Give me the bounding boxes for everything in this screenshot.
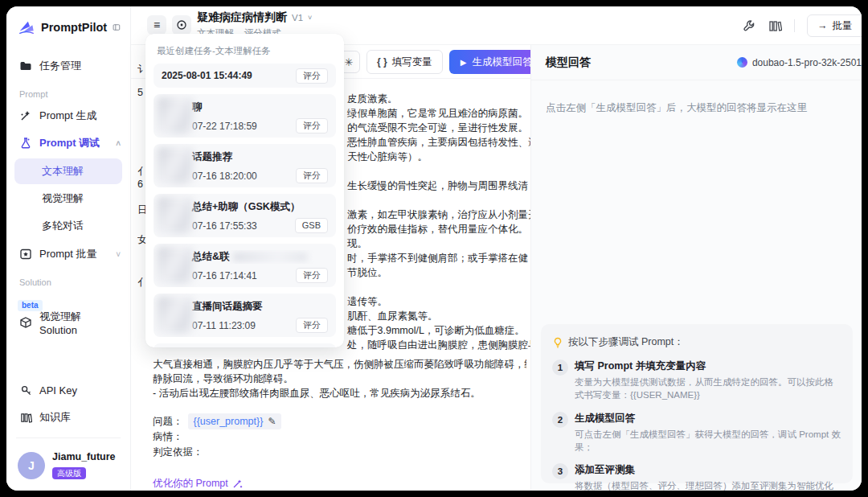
wrench-icon[interactable] bbox=[743, 19, 756, 33]
question-label: 问题： bbox=[153, 414, 183, 429]
blurred-thumbnail bbox=[158, 97, 193, 134]
edit-pencil-icon[interactable]: ✎ bbox=[268, 414, 276, 429]
play-icon: ▶ bbox=[461, 58, 467, 67]
recent-tasks-dropdown: 最近创建任务-文本理解任务 2025-08-01 15:44:49 评分 聊 0… bbox=[145, 34, 344, 347]
sidebar-item-prompt-debug[interactable]: Prompt 调试 ˄ bbox=[6, 129, 130, 157]
sidebar-item-label: API Key bbox=[39, 384, 77, 396]
variable-text: {{user_prompt}} bbox=[194, 414, 264, 429]
app-title: PromptPilot bbox=[41, 21, 107, 34]
prompt-text-line: 大气直接相通，胸膜腔内压几乎等于大气压，伤侧肺被压缩而萎陷致呼吸功能障碍，纵隔扑… bbox=[153, 357, 526, 372]
fill-variables-button[interactable]: { } 填写变量 bbox=[366, 50, 443, 74]
version-label[interactable]: V1 bbox=[292, 13, 303, 23]
cube-icon bbox=[19, 316, 32, 329]
prompt-text-line: 天性心脏病等）。 bbox=[347, 150, 530, 164]
library-icon[interactable] bbox=[768, 19, 782, 33]
blurred-thumbnail bbox=[158, 147, 193, 184]
step-title: 添加至评测集 bbox=[575, 463, 841, 477]
sidebar-item-label: Prompt 生成 bbox=[39, 109, 97, 123]
batch-button-label: 批量 bbox=[833, 19, 853, 33]
sidebar-section-solution: Solution bbox=[6, 268, 130, 290]
task-list-item[interactable]: 直播间话题摘要 07-11 11:23:09 评分 bbox=[154, 294, 336, 337]
prompt-text-line: 糖低于3.9mmol/L，可诊断为低血糖症。 bbox=[347, 323, 530, 338]
blurred-text bbox=[233, 253, 307, 261]
fill-variables-label: 填写变量 bbox=[392, 55, 432, 69]
prompt-text-bottom[interactable]: 大气直接相通，胸膜腔内压几乎等于大气压，伤侧肺被压缩而萎陷致呼吸功能障碍，纵隔扑… bbox=[153, 357, 526, 491]
sidebar-item-knowledge-base[interactable]: 知识库 bbox=[6, 404, 130, 431]
chevron-up-icon: ˄ bbox=[116, 139, 121, 148]
prompt-text-fragment: 5 bbox=[137, 87, 143, 98]
model-name: doubao-1.5-pro-32k-2501 bbox=[752, 57, 862, 68]
guide-heading: 按以下步骤调试 Prompt： bbox=[552, 335, 841, 349]
prompt-text-line: 遗传等。 bbox=[347, 294, 530, 309]
optimize-prompt-label: 优化你的 Prompt bbox=[153, 476, 228, 491]
prompt-text-line: 恶性肺血管疾病，主要病因包括特发性、遗 bbox=[347, 135, 530, 150]
task-list-item[interactable]: 2025-08-01 15:44:49 评分 bbox=[154, 64, 336, 88]
prompt-text-line: 肌酐、血尿素氮等。 bbox=[347, 309, 530, 323]
guide-step: 1 填写 Prompt 并填充变量内容 变量为大模型提供测试数据，从而生成特定的… bbox=[552, 359, 841, 402]
chevron-down-icon[interactable]: ˅ bbox=[308, 14, 312, 22]
optimize-prompt-link[interactable]: 优化你的 Prompt bbox=[153, 476, 243, 491]
blurred-thumbnail bbox=[158, 247, 193, 284]
batch-eval-button[interactable]: → 批量 bbox=[807, 14, 862, 37]
page-title: 疑难病症病情判断 bbox=[197, 10, 287, 25]
prompt-text-line: 处，随呼吸自由进出胸膜腔，患侧胸膜腔与 bbox=[347, 338, 530, 352]
user-profile[interactable]: J Jiamu_future 高级版 bbox=[6, 445, 130, 491]
sidebar-footer-divider bbox=[16, 437, 121, 438]
step-number: 1 bbox=[552, 359, 568, 376]
app-window: PromptPilot 任务管理 Prompt Prompt 生成 bbox=[6, 6, 862, 491]
model-selector[interactable]: doubao-1.5-pro-32k-2501 bbox=[737, 57, 862, 68]
user-prompt-variable-chip[interactable]: {{user_prompt}} ✎ bbox=[188, 413, 282, 429]
locate-button[interactable] bbox=[172, 15, 191, 35]
braces-icon: { } bbox=[377, 56, 387, 68]
guide-step: 2 生成模型回答 可点击左侧「生成模型回答」获得大模型的回答，调试 Prompt… bbox=[552, 412, 841, 454]
sidebar-subitem-text-understanding[interactable]: 文本理解 bbox=[14, 158, 122, 184]
sidebar-nav: 任务管理 Prompt Prompt 生成 Prompt 调试 ˄ 文本理解 bbox=[6, 44, 130, 335]
task-list-item[interactable]: 总结+助聊（GSK模式） 07-16 17:55:33 GSB bbox=[154, 194, 336, 237]
key-icon bbox=[19, 384, 32, 396]
sidebar: PromptPilot 任务管理 Prompt Prompt 生成 bbox=[6, 6, 131, 491]
step-title: 填写 Prompt 并填充变量内容 bbox=[575, 359, 841, 373]
editor-toolbar: ✳ { } 填写变量 ▶ 生成模型回答 bbox=[338, 50, 530, 74]
sidebar-subitem-multiturn-dialog[interactable]: 多轮对话 bbox=[14, 213, 122, 239]
sidebar-item-prompt-batch[interactable]: Prompt 批量 ˅ bbox=[6, 240, 130, 268]
doubao-logo-icon bbox=[737, 57, 747, 68]
prompt-text-line: 价疗效的最佳指标，替代用量应个体化。 bbox=[347, 222, 530, 236]
task-mode-badge: 评分 bbox=[296, 318, 328, 333]
sidebar-section-prompt: Prompt bbox=[6, 80, 130, 102]
task-list-item[interactable]: 总结&联 07-16 17:14:41 评分 bbox=[154, 244, 336, 287]
user-name: Jiamu_future bbox=[52, 451, 116, 462]
prompt-text-line: - 活动后出现左腰部绞痛伴肉眼血尿、恶心呕吐，常见疾病为泌尿系结石。 bbox=[153, 386, 526, 400]
generate-answer-button[interactable]: ▶ 生成模型回答 bbox=[449, 50, 530, 74]
sidebar-item-task-management[interactable]: 任务管理 bbox=[6, 52, 130, 80]
sidebar-item-label: 视觉理解 Solution bbox=[39, 310, 121, 336]
wand-icon bbox=[19, 109, 32, 122]
batch-box-icon bbox=[19, 248, 32, 261]
sidebar-item-api-key[interactable]: API Key bbox=[6, 376, 130, 404]
avatar: J bbox=[18, 452, 45, 479]
generate-answer-label: 生成模型回答 bbox=[472, 55, 530, 69]
sidebar-item-label: 知识库 bbox=[39, 410, 71, 425]
prompt-text-clipped[interactable]: 皮质激素。绿假单胞菌，它是常见且难治的病原菌。的气流受限不完全可逆，呈进行性发展… bbox=[347, 92, 530, 352]
sidebar-subitem-vision-understanding[interactable]: 视觉理解 bbox=[14, 186, 122, 212]
folder-icon bbox=[19, 60, 32, 72]
model-answer-panel: 模型回答 doubao-1.5-pro-32k-2501 点击左侧「生成模型回答… bbox=[530, 45, 862, 491]
sidebar-item-prompt-generate[interactable]: Prompt 生成 bbox=[6, 102, 130, 129]
task-list-item[interactable]: 聊 07-22 17:18:59 评分 bbox=[154, 94, 336, 138]
collapse-sidebar-icon[interactable] bbox=[113, 20, 121, 35]
task-list-item-partial[interactable] bbox=[154, 343, 336, 347]
prompt-text-line: 节脱位。 bbox=[347, 265, 530, 280]
dropdown-section-label: 最近创建任务-文本理解任务 bbox=[154, 43, 336, 64]
task-mode-badge: GSB bbox=[295, 218, 328, 233]
chevron-down-icon: ˅ bbox=[116, 250, 121, 259]
menu-button[interactable]: ≡ bbox=[147, 15, 166, 35]
sidebar-item-vision-solution[interactable]: beta 视觉理解 Solution bbox=[6, 300, 130, 335]
task-list-item[interactable]: 话题推荐 07-16 18:20:00 评分 bbox=[154, 144, 336, 187]
step-description: 可点击左侧「生成模型回答」获得大模型的回答，调试 Prompt 效果； bbox=[575, 429, 841, 454]
task-mode-badge: 评分 bbox=[296, 118, 328, 133]
hamburger-icon: ≡ bbox=[154, 18, 160, 31]
toolbar-separator bbox=[794, 19, 795, 32]
beta-badge: beta bbox=[18, 300, 43, 311]
arrow-right-icon: → bbox=[817, 20, 828, 31]
asterisk-icon: ✳ bbox=[345, 56, 354, 68]
step-description: 将数据（模型回答、评分、理想回答）添加至评测集为智能优化做准备 bbox=[575, 480, 841, 491]
